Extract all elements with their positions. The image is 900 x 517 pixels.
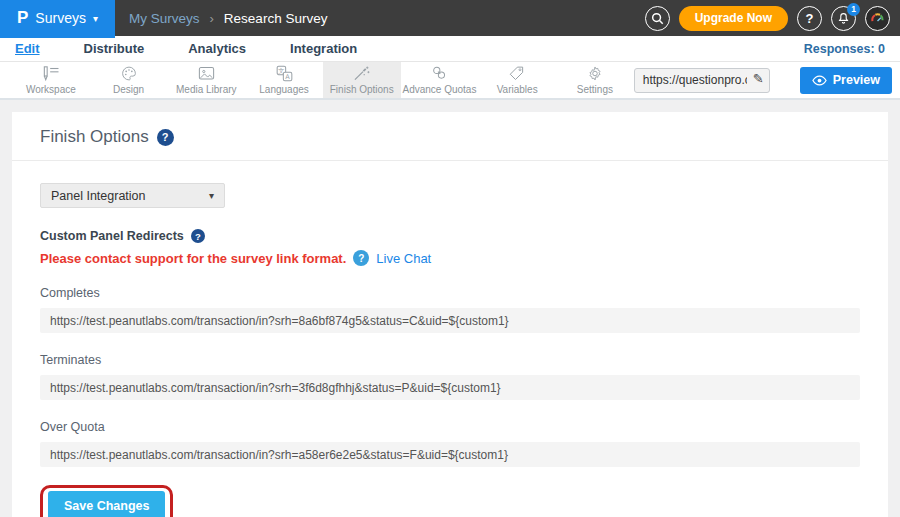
terminates-field-group: Terminates bbox=[40, 353, 860, 400]
survey-url-input[interactable] bbox=[634, 68, 770, 93]
toolbar-item-settings[interactable]: Settings bbox=[556, 62, 634, 98]
chevron-down-icon: ▾ bbox=[209, 190, 214, 201]
upgrade-now-button[interactable]: Upgrade Now bbox=[679, 6, 788, 31]
toolbar-label: Media Library bbox=[176, 84, 237, 95]
variables-tag-icon bbox=[508, 65, 526, 82]
toolbar-item-finish-options[interactable]: Finish Options bbox=[323, 62, 401, 98]
search-icon bbox=[651, 12, 664, 25]
finish-options-panel: Finish Options ? Panel Integration ▾ Cus… bbox=[12, 112, 888, 517]
toolbar-label: Workspace bbox=[26, 84, 76, 95]
product-name: Surveys bbox=[35, 10, 86, 26]
toolbar-label: Variables bbox=[497, 84, 538, 95]
avatar-gauge-icon bbox=[869, 10, 886, 27]
chevron-down-icon: ▾ bbox=[93, 13, 98, 24]
questionpro-logo: P bbox=[17, 8, 28, 28]
toolbar-item-workspace[interactable]: Workspace bbox=[12, 62, 90, 98]
tab-integration[interactable]: Integration bbox=[290, 41, 357, 56]
support-warning-row: Please contact support for the survey li… bbox=[40, 250, 860, 266]
terminates-label: Terminates bbox=[40, 353, 860, 367]
live-chat-link[interactable]: Live Chat bbox=[376, 251, 431, 266]
toolbar-label: Advance Quotas bbox=[402, 84, 476, 95]
advance-quotas-link-icon bbox=[430, 65, 449, 82]
preview-label: Preview bbox=[833, 73, 880, 87]
edit-pencil-icon[interactable]: ✎ bbox=[753, 71, 764, 86]
completes-label: Completes bbox=[40, 286, 860, 300]
finish-options-help-icon[interactable]: ? bbox=[157, 129, 174, 146]
tab-distribute[interactable]: Distribute bbox=[84, 41, 145, 56]
toolbar-label: Design bbox=[113, 84, 144, 95]
red-highlight-annotation: Save Changes bbox=[40, 485, 173, 517]
toolbar-label: Finish Options bbox=[330, 84, 394, 95]
breadcrumb-separator: › bbox=[210, 11, 214, 26]
save-changes-button[interactable]: Save Changes bbox=[48, 491, 165, 517]
toolbar-right: ✎ Preview bbox=[634, 62, 900, 98]
question-mark-icon: ? bbox=[806, 11, 814, 26]
workspace-icon bbox=[41, 65, 61, 82]
tab-analytics[interactable]: Analytics bbox=[188, 41, 246, 56]
top-header: P Surveys ▾ My Surveys › Research Survey… bbox=[0, 0, 900, 36]
panel-header: Finish Options ? bbox=[12, 112, 888, 161]
eye-icon bbox=[812, 75, 827, 86]
toolbar-label: Languages bbox=[259, 84, 309, 95]
over-quota-label: Over Quota bbox=[40, 420, 860, 434]
design-palette-icon bbox=[120, 65, 138, 82]
media-library-icon bbox=[197, 65, 216, 82]
breadcrumb-my-surveys[interactable]: My Surveys bbox=[129, 11, 200, 26]
responses-count[interactable]: Responses: 0 bbox=[804, 42, 885, 56]
languages-icon: 文 A bbox=[275, 65, 294, 82]
notifications-button[interactable]: 1 bbox=[831, 6, 856, 31]
completes-url-input[interactable] bbox=[40, 308, 860, 333]
toolbar-item-languages[interactable]: 文 A Languages bbox=[245, 62, 323, 98]
tab-edit[interactable]: Edit bbox=[15, 41, 40, 56]
toolbar-item-advance-quotas[interactable]: Advance Quotas bbox=[401, 62, 479, 98]
breadcrumb-current-survey: Research Survey bbox=[224, 11, 328, 26]
custom-panel-redirects-label: Custom Panel Redirects bbox=[40, 229, 184, 243]
svg-text:A: A bbox=[285, 73, 290, 81]
settings-gear-icon bbox=[586, 65, 604, 82]
toolbar-item-media-library[interactable]: Media Library bbox=[167, 62, 245, 98]
live-chat-help-icon[interactable]: ? bbox=[353, 250, 369, 266]
completes-field-group: Completes bbox=[40, 286, 860, 333]
toolbar-label: Settings bbox=[577, 84, 613, 95]
finish-options-wand-icon bbox=[352, 65, 371, 82]
toolbar-item-design[interactable]: Design bbox=[90, 62, 168, 98]
user-avatar[interactable] bbox=[865, 6, 890, 31]
product-switcher[interactable]: P Surveys ▾ bbox=[0, 0, 115, 36]
notification-badge: 1 bbox=[847, 3, 860, 16]
finish-option-type-dropdown[interactable]: Panel Integration ▾ bbox=[40, 183, 225, 208]
toolbar-item-variables[interactable]: Variables bbox=[478, 62, 556, 98]
over-quota-field-group: Over Quota bbox=[40, 420, 860, 467]
terminates-url-input[interactable] bbox=[40, 375, 860, 400]
support-warning-text: Please contact support for the survey li… bbox=[40, 251, 346, 266]
over-quota-url-input[interactable] bbox=[40, 442, 860, 467]
preview-button[interactable]: Preview bbox=[800, 67, 892, 94]
header-actions: Upgrade Now ? 1 bbox=[645, 6, 900, 31]
panel-body: Panel Integration ▾ Custom Panel Redirec… bbox=[12, 161, 888, 517]
custom-panel-redirects-row: Custom Panel Redirects ? bbox=[40, 229, 860, 243]
breadcrumb: My Surveys › Research Survey bbox=[129, 11, 327, 26]
survey-url-wrap: ✎ bbox=[634, 68, 770, 93]
section-nav: Edit Distribute Analytics Integration Re… bbox=[0, 36, 900, 62]
help-button[interactable]: ? bbox=[797, 6, 822, 31]
edit-toolbar: Workspace Design Media Library 文 A Langu… bbox=[0, 62, 900, 100]
page-title: Finish Options bbox=[40, 127, 149, 147]
search-button[interactable] bbox=[645, 6, 670, 31]
dropdown-selected-value: Panel Integration bbox=[51, 189, 146, 203]
custom-panel-redirects-help-icon[interactable]: ? bbox=[191, 229, 205, 243]
